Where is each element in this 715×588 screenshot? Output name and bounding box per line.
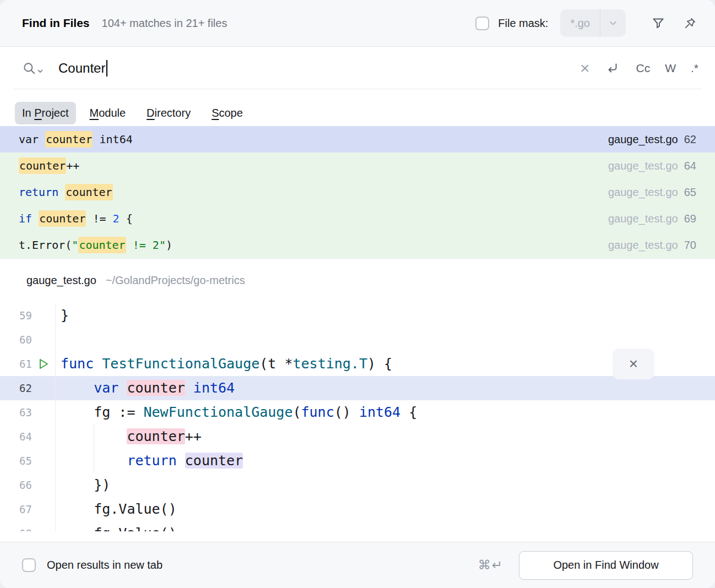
file-mask-combobox[interactable]: *.go	[560, 9, 626, 37]
result-row[interactable]: counter++gauge_test.go64	[0, 153, 715, 179]
result-row[interactable]: if counter != 2 {gauge_test.go69	[0, 205, 715, 232]
scope-tab-directory[interactable]: Directory	[139, 102, 198, 124]
code-token: (t *	[259, 356, 292, 372]
code-line[interactable]: 67 fg.Value()	[0, 497, 715, 521]
editor-lines: 59}6061func TestFunctionalGauge(t *testi…	[0, 303, 715, 531]
result-row[interactable]: var counter int64gauge_test.go62	[0, 126, 715, 153]
code-token	[185, 380, 193, 396]
code-text: return counter	[55, 449, 243, 473]
code-line[interactable]: 59}	[0, 303, 715, 328]
gutter-spacer	[32, 400, 55, 424]
clear-search-icon[interactable]: ×	[580, 62, 590, 75]
code-token: var	[19, 133, 45, 146]
open-in-find-window-button[interactable]: Open in Find Window	[519, 551, 693, 580]
whole-words-toggle[interactable]: W	[665, 62, 676, 75]
line-number: 66	[0, 473, 32, 497]
indent-guide	[94, 424, 94, 473]
code-token: fg.Value()	[61, 501, 177, 517]
result-location: gauge_test.go62	[608, 133, 696, 146]
match-highlight: counter	[39, 210, 86, 227]
result-text: counter++	[19, 159, 79, 172]
result-file-name: gauge_test.go	[608, 213, 678, 225]
result-text: if counter != 2 {	[19, 212, 133, 225]
code-token: counter	[127, 428, 185, 444]
pin-icon[interactable]	[682, 15, 698, 31]
result-line-number: 70	[684, 239, 696, 252]
close-icon: ×	[629, 355, 638, 373]
code-token: t.Error(	[19, 238, 72, 252]
chevron-down-icon[interactable]	[600, 21, 626, 26]
result-file-name: gauge_test.go	[608, 160, 678, 172]
code-line[interactable]: 64 counter++	[0, 424, 715, 449]
code-token: {	[120, 212, 133, 225]
code-token: testing.T	[292, 356, 367, 372]
result-file-name: gauge_test.go	[608, 186, 678, 199]
code-token: int64	[193, 380, 235, 396]
new-line-icon[interactable]	[604, 60, 621, 77]
line-number: 67	[0, 497, 32, 521]
code-line[interactable]: 66 })	[0, 473, 715, 497]
code-line[interactable]: 68 fg.Value()	[0, 521, 715, 531]
result-file-name: gauge_test.go	[608, 239, 678, 252]
search-actions: × Cc W .*	[580, 60, 698, 77]
run-test-icon[interactable]	[32, 352, 55, 376]
result-text: var counter int64	[19, 133, 133, 146]
code-token	[32, 212, 39, 225]
code-text: fg.Value()	[55, 497, 177, 521]
search-input[interactable]: Counter	[58, 60, 107, 77]
result-row[interactable]: return countergauge_test.go65	[0, 179, 715, 205]
code-token: ()	[334, 404, 359, 420]
code-token: TestFunctionalGauge	[102, 356, 259, 372]
code-token: != 2"	[126, 238, 166, 252]
preview-header: gauge_test.go ~/GolandProjects/go-metric…	[0, 259, 715, 287]
code-token: )	[166, 238, 172, 252]
filter-icon[interactable]	[650, 15, 667, 31]
code-token: 2	[113, 212, 120, 225]
code-line[interactable]: 65 return counter	[0, 449, 715, 473]
gutter-spacer	[32, 424, 55, 449]
code-text	[55, 328, 61, 352]
close-preview-button[interactable]: ×	[613, 349, 654, 379]
footer-actions: ⌘↵ Open in Find Window	[478, 551, 693, 580]
code-token: func	[301, 404, 334, 420]
result-location: gauge_test.go65	[608, 186, 696, 199]
line-number: 64	[0, 424, 32, 449]
scope-tab-in-project[interactable]: In Project	[15, 102, 76, 124]
regex-toggle[interactable]: .*	[691, 62, 698, 75]
code-token: {	[400, 404, 417, 420]
match-summary: 104+ matches in 21+ files	[102, 17, 228, 30]
file-mask-value: *.go	[560, 17, 600, 30]
code-text: fg.Value()	[55, 521, 177, 531]
code-text: counter++	[55, 424, 202, 449]
result-row[interactable]: t.Error("counter != 2")gauge_test.go70	[0, 232, 715, 258]
search-query-text: Counter	[58, 61, 105, 76]
scope-tab-scope[interactable]: Scope	[204, 102, 250, 124]
code-token: ) {	[367, 356, 392, 372]
search-icon[interactable]	[22, 61, 43, 75]
line-number: 59	[0, 303, 32, 328]
result-location: gauge_test.go70	[608, 239, 696, 252]
result-line-number: 69	[684, 213, 696, 225]
match-case-toggle[interactable]: Cc	[636, 62, 650, 75]
code-preview-editor[interactable]: 59}6061func TestFunctionalGauge(t *testi…	[0, 303, 715, 531]
open-in-new-tab-checkbox[interactable]	[22, 558, 36, 572]
gutter-divider	[55, 303, 56, 531]
code-line[interactable]: 61func TestFunctionalGauge(t *testing.T)…	[0, 352, 715, 376]
code-token: fg.Value()	[61, 525, 177, 531]
code-token: })	[61, 477, 110, 493]
code-token: return	[19, 186, 58, 199]
code-token: return	[127, 453, 176, 469]
scope-tab-module[interactable]: Module	[83, 102, 133, 124]
code-line[interactable]: 62 var counter int64	[0, 376, 715, 400]
code-token	[118, 380, 127, 396]
code-token: var	[94, 380, 118, 396]
code-line[interactable]: 60	[0, 328, 715, 352]
result-line-number: 64	[684, 160, 696, 172]
code-line[interactable]: 63 fg := NewFunctionalGauge(func() int64…	[0, 400, 715, 424]
search-row[interactable]: Counter × Cc W .*	[0, 47, 715, 89]
preview-file-path: ~/GolandProjects/go-metrics	[106, 274, 245, 287]
file-mask-checkbox[interactable]	[475, 17, 489, 30]
code-token: counter	[127, 380, 185, 396]
line-number: 65	[0, 449, 32, 473]
result-line-number: 65	[684, 186, 696, 199]
